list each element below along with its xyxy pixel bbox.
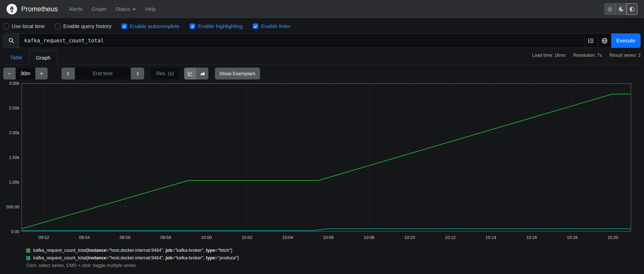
y-tick-label: 2.00k xyxy=(3,130,19,135)
nav-links: Alerts Graph Status Help xyxy=(69,6,156,12)
shift-time-forward-button[interactable] xyxy=(131,68,144,79)
y-tick-label: 0.00 xyxy=(3,229,19,234)
adjust-contrast-icon xyxy=(629,6,635,12)
series-color-swatch xyxy=(26,256,30,260)
x-tick-label: 10:18 xyxy=(560,235,585,240)
tab-graph[interactable]: Graph xyxy=(29,51,57,65)
chart-type-toggle xyxy=(184,68,208,79)
checkbox-label: Use local time xyxy=(12,23,45,29)
x-tick-label: 09:54 xyxy=(72,235,97,240)
nav-item-help[interactable]: Help xyxy=(145,6,156,12)
navbar: Prometheus Alerts Graph Status Help xyxy=(0,0,644,18)
checkbox-label: Enable highlighting xyxy=(198,23,243,29)
tab-table[interactable]: Table xyxy=(3,51,29,65)
nav-item-graph[interactable]: Graph xyxy=(91,6,106,12)
plot-area[interactable] xyxy=(21,83,631,232)
legend-item[interactable]: kafka_request_count_total{instance="host… xyxy=(26,248,641,253)
checkbox-label: Enable query history xyxy=(63,23,111,29)
stat-load-time: Load time: 16ms xyxy=(532,53,566,65)
nav-item-alerts[interactable]: Alerts xyxy=(69,6,83,12)
x-tick-label: 10:02 xyxy=(234,235,260,240)
checkbox-icon[interactable] xyxy=(253,23,258,29)
line-chart-icon xyxy=(187,71,193,76)
global-query-button[interactable] xyxy=(598,34,611,48)
search-icon xyxy=(4,34,19,48)
x-tick-label: 09:56 xyxy=(112,235,138,240)
stacked-chart-button[interactable] xyxy=(196,68,208,79)
legend-hint: Click: select series, CMD + click: toggl… xyxy=(26,263,641,268)
checkbox-icon[interactable] xyxy=(55,23,60,29)
legend-item[interactable]: kafka_request_count_total{instance="host… xyxy=(26,255,641,261)
query-input-group: Execute xyxy=(3,33,641,48)
execute-button[interactable]: Execute xyxy=(611,34,640,48)
prometheus-brand[interactable]: Prometheus xyxy=(7,4,58,14)
x-tick-label: 10:14 xyxy=(478,235,503,240)
prometheus-logo-icon xyxy=(7,4,17,14)
checkbox-icon[interactable] xyxy=(3,23,9,29)
stat-resolution: Resolution: 7s xyxy=(573,53,602,65)
checkbox-icon[interactable] xyxy=(190,23,195,29)
x-tick-label: 09:52 xyxy=(31,235,56,240)
series-color-swatch xyxy=(26,249,30,253)
end-time-input[interactable] xyxy=(75,68,131,79)
checkbox-label: Enable autocomplete xyxy=(130,23,179,29)
x-tick-label: 10:10 xyxy=(397,235,422,240)
query-stats: Load time: 16ms Resolution: 7s Result se… xyxy=(532,51,641,65)
stat-result-series: Result series: 2 xyxy=(609,53,641,65)
checkbox-use-local-time[interactable]: Use local time xyxy=(3,23,45,29)
moon-icon xyxy=(618,6,624,12)
query-row: Execute xyxy=(3,33,641,48)
x-tick-label: 10:06 xyxy=(316,235,341,240)
y-tick-label: 1.00k xyxy=(3,180,19,185)
metrics-explorer-button[interactable] xyxy=(584,34,598,48)
graph-controls: − + xyxy=(3,68,641,79)
stacked-area-chart-icon xyxy=(200,71,205,76)
x-tick-label: 09:58 xyxy=(153,235,178,240)
line-chart-button[interactable] xyxy=(184,68,196,79)
checkbox-enable-autocomplete[interactable]: Enable autocomplete xyxy=(121,23,179,29)
checkbox-enable-linter[interactable]: Enable linter xyxy=(253,23,291,29)
theme-toggle-group xyxy=(604,3,637,15)
y-tick-label: 3.00k xyxy=(3,81,19,86)
result-tabs: Table Graph Load time: 16ms Resolution: … xyxy=(3,51,641,65)
theme-dark-button[interactable] xyxy=(615,3,626,15)
increase-duration-button[interactable]: + xyxy=(35,68,48,79)
checkbox-icon[interactable] xyxy=(121,23,127,29)
checkbox-label: Enable linter xyxy=(261,23,291,29)
graph-panel: 0.00500.001.00k1.50k2.00k2.50k3.00k 09:5… xyxy=(3,83,641,245)
checkbox-enable-highlighting[interactable]: Enable highlighting xyxy=(190,23,243,29)
sun-icon xyxy=(607,6,613,12)
metrics-explorer-icon xyxy=(588,37,594,44)
x-tick-label: 10:20 xyxy=(600,235,625,240)
x-tick-label: 10:12 xyxy=(438,235,463,240)
show-exemplars-button[interactable]: Show Exemplars xyxy=(215,68,260,79)
x-tick-label: 10:00 xyxy=(194,235,219,240)
y-tick-label: 500.00 xyxy=(3,205,19,210)
shift-time-back-button[interactable] xyxy=(61,68,75,79)
chevron-left-icon xyxy=(66,71,71,76)
x-tick-label: 10:04 xyxy=(275,235,300,240)
y-tick-label: 2.50k xyxy=(3,106,19,111)
series-label: kafka_request_count_total{instance="host… xyxy=(33,255,239,261)
nav-item-status-dropdown[interactable]: Status xyxy=(115,6,136,12)
y-tick-label: 1.50k xyxy=(3,155,19,160)
theme-light-button[interactable] xyxy=(604,3,615,15)
checkbox-enable-query-history[interactable]: Enable query history xyxy=(55,23,111,29)
query-expression-input[interactable] xyxy=(19,34,584,48)
duration-stepper: − + xyxy=(3,68,48,79)
series-label: kafka_request_count_total{instance="host… xyxy=(33,248,232,253)
duration-input[interactable] xyxy=(16,68,35,79)
chevron-right-icon xyxy=(135,71,140,76)
series-legend: kafka_request_count_total{instance="host… xyxy=(26,248,641,261)
settings-checkbox-row: Use local timeEnable query historyEnable… xyxy=(3,22,641,30)
chevron-down-icon xyxy=(132,9,136,11)
brand-title: Prometheus xyxy=(21,5,58,13)
globe-icon xyxy=(601,37,608,44)
x-tick-label: 10:08 xyxy=(356,235,381,240)
theme-auto-button[interactable] xyxy=(626,3,637,15)
end-time-group xyxy=(61,68,144,79)
resolution-input[interactable] xyxy=(151,68,179,79)
decrease-duration-button[interactable]: − xyxy=(3,68,16,79)
x-tick-label: 10:16 xyxy=(519,235,544,240)
